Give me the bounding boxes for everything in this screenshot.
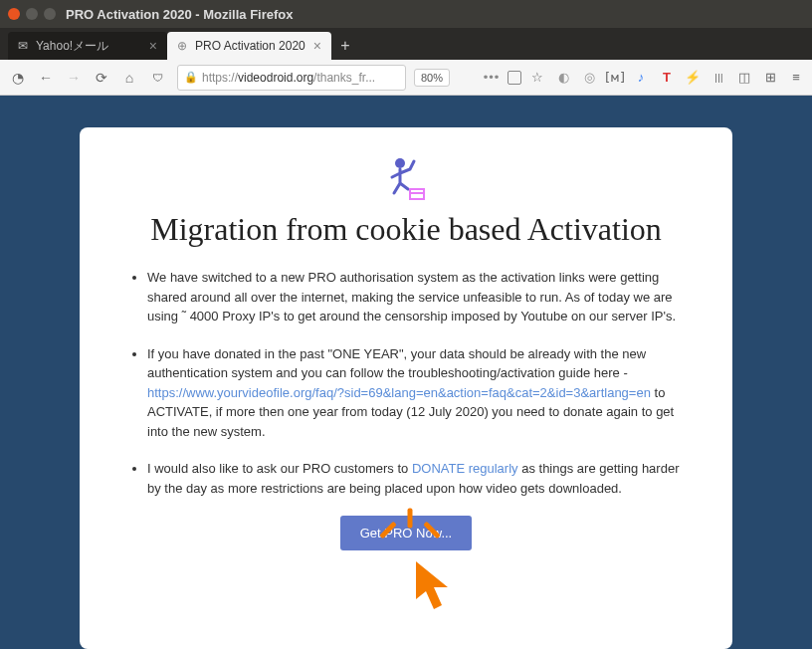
extension-icon[interactable]: ◔	[6, 66, 30, 90]
tab-favicon: ✉	[18, 39, 28, 53]
ext-icon[interactable]: ◎	[579, 68, 599, 88]
toolbar-extensions: ••• ☆ ◐ ◎ [м] ♪ T ⚡ ⫼ ◫ ⊞ ≡	[482, 68, 806, 88]
library-icon[interactable]: ⫼	[709, 68, 728, 88]
window-maximize-button[interactable]	[44, 8, 56, 20]
page-heading: Migration from cookie based Activation	[119, 211, 693, 248]
content-card: Migration from cookie based Activation W…	[80, 127, 732, 649]
window-title: PRO Activation 2020 - Mozilla Firefox	[66, 7, 294, 22]
lock-icon: 🔒	[184, 71, 198, 84]
home-button[interactable]: ⌂	[117, 66, 141, 90]
activation-guide-link[interactable]: https://www.yourvideofile.org/faq/?sid=6…	[147, 385, 651, 400]
new-tab-button[interactable]: +	[331, 32, 359, 60]
forward-button[interactable]: →	[62, 66, 86, 90]
ext-icon[interactable]: T	[657, 68, 677, 88]
tab-favicon: ⊕	[177, 39, 187, 53]
tab-bar: ✉ Yahoo!メール × ⊕ PRO Activation 2020 × +	[0, 28, 812, 60]
donate-link[interactable]: DONATE regularly	[412, 461, 518, 476]
reload-button[interactable]: ⟳	[90, 66, 113, 90]
hero-icon	[119, 151, 693, 203]
bullet-item: We have switched to a new PRO authorisat…	[147, 268, 693, 326]
window-controls	[8, 8, 56, 20]
zoom-level[interactable]: 80%	[414, 69, 450, 87]
ext-icon[interactable]: ◐	[553, 68, 573, 88]
close-icon[interactable]: ×	[149, 38, 157, 54]
get-pro-button[interactable]: Get PRO Now...	[340, 516, 472, 550]
svg-point-0	[395, 158, 405, 168]
tab-pro-activation[interactable]: ⊕ PRO Activation 2020 ×	[167, 32, 331, 60]
tab-label: PRO Activation 2020	[195, 39, 305, 53]
page-actions-icon[interactable]: •••	[482, 68, 502, 88]
bullet-item: If you have donated in the past "ONE YEA…	[147, 344, 693, 442]
bookmark-icon[interactable]: ☆	[527, 68, 547, 88]
ext-icon[interactable]: ⚡	[683, 68, 703, 88]
ext-icon[interactable]: [м]	[605, 68, 625, 88]
shield-icon[interactable]: 🛡	[145, 66, 169, 90]
window-close-button[interactable]	[8, 8, 20, 20]
close-icon[interactable]: ×	[313, 38, 321, 54]
back-button[interactable]: ←	[34, 66, 58, 90]
address-bar[interactable]: 🔒 https://videodroid.org/thanks_fr...	[177, 65, 406, 91]
tab-label: Yahoo!メール	[36, 38, 108, 55]
bullet-item: I would also like to ask our PRO custome…	[147, 459, 693, 498]
navigation-toolbar: ◔ ← → ⟳ ⌂ 🛡 🔒 https://videodroid.org/tha…	[0, 60, 812, 96]
tab-yahoo-mail[interactable]: ✉ Yahoo!メール ×	[8, 32, 167, 60]
ext-icon[interactable]: ♪	[631, 68, 651, 88]
url-text: https://videodroid.org/thanks_fr...	[202, 71, 375, 85]
sidebar-icon[interactable]: ◫	[734, 68, 754, 88]
window-titlebar: PRO Activation 2020 - Mozilla Firefox	[0, 0, 812, 28]
ext-icon[interactable]: ⊞	[760, 68, 780, 88]
page-viewport: Migration from cookie based Activation W…	[0, 96, 812, 649]
content-body: We have switched to a new PRO authorisat…	[119, 268, 693, 498]
menu-icon[interactable]: ≡	[786, 68, 806, 88]
window-minimize-button[interactable]	[26, 8, 38, 20]
reader-icon[interactable]	[508, 71, 521, 85]
